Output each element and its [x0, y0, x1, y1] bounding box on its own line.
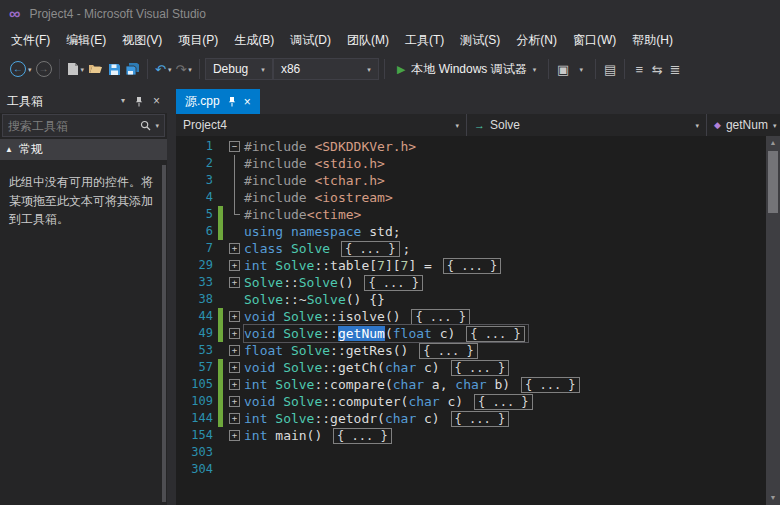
code-line-57[interactable]: 57+void Solve::getCh(char c) { ... }	[176, 359, 766, 376]
collapsed-region-box[interactable]: { ... }	[333, 428, 392, 444]
code-line-6[interactable]: 6using namespace std;	[176, 223, 766, 240]
menu-project[interactable]: 项目(P)	[170, 28, 226, 53]
menu-edit[interactable]: 编辑(E)	[58, 28, 114, 53]
collapsed-region-box[interactable]: { ... }	[364, 275, 423, 291]
save-button[interactable]	[105, 58, 123, 80]
close-icon[interactable]: ×	[153, 95, 160, 107]
forward-arrow-icon: →	[36, 61, 52, 77]
scroll-down-icon[interactable]: ▼	[766, 491, 780, 505]
open-file-button[interactable]	[86, 58, 105, 80]
pin-icon[interactable]	[134, 96, 144, 107]
menu-analyze[interactable]: 分析(N)	[508, 28, 565, 53]
search-dropdown-icon[interactable]: ▾	[155, 122, 159, 129]
lines-button[interactable]: ≡	[630, 58, 648, 80]
navbar-type-dropdown[interactable]: → Solve ▾	[467, 114, 707, 136]
toolbar-overflow-button[interactable]: ▾	[572, 58, 590, 80]
code-line-49[interactable]: 49+void Solve::getNum(float c) { ... }	[176, 325, 766, 342]
code-line-5[interactable]: 5#include<ctime>	[176, 206, 766, 223]
toolbox-group-header[interactable]: ▲ 常规	[0, 139, 167, 160]
code-line-154[interactable]: 154+int main() { ... }	[176, 427, 766, 444]
code-line-53[interactable]: 53+float Solve::getRes() { ... }	[176, 342, 766, 359]
save-all-button[interactable]	[123, 58, 142, 80]
menu-window[interactable]: 窗口(W)	[565, 28, 624, 53]
expand-region-icon[interactable]: +	[229, 362, 240, 373]
code-line-105[interactable]: 105+int Solve::compare(char a, char b) {…	[176, 376, 766, 393]
expand-region-icon[interactable]: +	[229, 430, 240, 441]
code-line-144[interactable]: 144+int Solve::getodr(char c) { ... }	[176, 410, 766, 427]
collapsed-region-box[interactable]: { ... }	[443, 258, 502, 274]
line-number: 1	[176, 138, 218, 155]
collapsed-region-box[interactable]: { ... }	[419, 343, 478, 359]
expand-region-icon[interactable]: +	[229, 413, 240, 424]
collapsed-region-box[interactable]: { ... }	[466, 326, 525, 342]
code-token: #include	[244, 139, 314, 154]
code-line-2[interactable]: 2#include <stdio.h>	[176, 155, 766, 172]
menu-file[interactable]: 文件(F)	[3, 28, 58, 53]
collapsed-region-box[interactable]: { ... }	[451, 360, 510, 376]
navbar-project-dropdown[interactable]: Project4 ▾	[176, 114, 467, 136]
menu-help[interactable]: 帮助(H)	[624, 28, 681, 53]
stacked-windows-button[interactable]: ▤	[601, 58, 619, 80]
vertical-scrollbar[interactable]: ▲ ▼	[766, 136, 780, 505]
collapsed-region-box[interactable]: { ... }	[341, 241, 400, 257]
code-line-109[interactable]: 109+void Solve::computer(char c) { ... }	[176, 393, 766, 410]
toolbox-search-box[interactable]: ▾	[2, 114, 165, 137]
expand-region-icon[interactable]: +	[229, 260, 240, 271]
code-line-4[interactable]: 4#include <iostream>	[176, 189, 766, 206]
code-line-303[interactable]: 303	[176, 444, 766, 461]
code-token: Solve	[275, 377, 314, 392]
toolbox-scrollbar[interactable]	[162, 165, 166, 502]
expand-region-icon[interactable]: +	[229, 379, 240, 390]
expand-region-icon[interactable]: +	[229, 396, 240, 407]
tab-source-cpp[interactable]: 源.cpp ×	[176, 89, 260, 114]
menu-debug[interactable]: 调试(D)	[282, 28, 339, 53]
expand-region-icon[interactable]: +	[229, 311, 240, 322]
scrollbar-thumb[interactable]	[768, 151, 778, 213]
code-line-29[interactable]: 29+int Solve::table[7][7] = { ... }	[176, 257, 766, 274]
pin-icon[interactable]	[227, 96, 237, 107]
panel-splitter[interactable]	[167, 89, 176, 505]
change-indicator	[218, 308, 223, 325]
collapsed-region-box[interactable]: { ... }	[521, 377, 580, 393]
navigate-backward-button[interactable]: ← ▾	[8, 58, 34, 80]
navigate-forward-button[interactable]: →	[34, 58, 54, 80]
solution-configurations-dropdown[interactable]: Debug ▾	[205, 58, 273, 80]
code-editor[interactable]: 1−#include <SDKDDKVer.h>2#include <stdio…	[176, 136, 780, 505]
code-line-7[interactable]: 7+class Solve { ... };	[176, 240, 766, 257]
code-line-3[interactable]: 3#include <tchar.h>	[176, 172, 766, 189]
solution-platforms-dropdown[interactable]: x86 ▾	[273, 58, 379, 80]
menu-team[interactable]: 团队(M)	[339, 28, 397, 53]
collapsed-region-box[interactable]: { ... }	[411, 309, 470, 325]
expand-region-icon[interactable]: +	[229, 345, 240, 356]
code-token	[283, 343, 291, 358]
collapse-region-icon[interactable]: −	[229, 141, 240, 152]
start-debugging-button[interactable]: ▶ 本地 Windows 调试器 ▾	[390, 58, 543, 80]
code-line-33[interactable]: 33+Solve::Solve() { ... }	[176, 274, 766, 291]
menu-test[interactable]: 测试(S)	[452, 28, 508, 53]
close-icon[interactable]: ×	[244, 96, 251, 108]
square-grid-icon-button[interactable]: ▣	[554, 58, 572, 80]
code-line-304[interactable]: 304	[176, 461, 766, 478]
expand-region-icon[interactable]: +	[229, 328, 240, 339]
code-line-44[interactable]: 44+void Solve::isolve() { ... }	[176, 308, 766, 325]
expand-region-icon[interactable]: +	[229, 277, 240, 288]
menu-build[interactable]: 生成(B)	[226, 28, 282, 53]
code-line-1[interactable]: 1−#include <SDKDDKVer.h>	[176, 138, 766, 155]
window-position-icon[interactable]: ▾	[121, 97, 125, 105]
new-file-button[interactable]: ▾	[65, 58, 87, 80]
swap-arrows-button[interactable]: ⇆	[648, 58, 666, 80]
scroll-up-icon[interactable]: ▲	[766, 136, 780, 150]
outline-lines-button[interactable]: ≣	[666, 58, 684, 80]
toolbox-search-input[interactable]	[8, 119, 136, 133]
collapsed-region-box[interactable]: { ... }	[451, 411, 510, 427]
toolbox-header[interactable]: 工具箱 ▾ ×	[0, 89, 167, 113]
code-line-38[interactable]: 38Solve::~Solve() {}	[176, 291, 766, 308]
menu-tools[interactable]: 工具(T)	[397, 28, 452, 53]
undo-button[interactable]: ↶ ▾	[153, 58, 173, 80]
redo-button[interactable]: ↷ ▾	[173, 58, 193, 80]
menu-view[interactable]: 视图(V)	[114, 28, 170, 53]
title-bar[interactable]: ∞ Project4 - Microsoft Visual Studio	[0, 0, 780, 28]
navbar-member-dropdown[interactable]: ◆ getNum ▾	[707, 114, 780, 136]
collapsed-region-box[interactable]: { ... }	[474, 394, 533, 410]
expand-region-icon[interactable]: +	[229, 243, 240, 254]
